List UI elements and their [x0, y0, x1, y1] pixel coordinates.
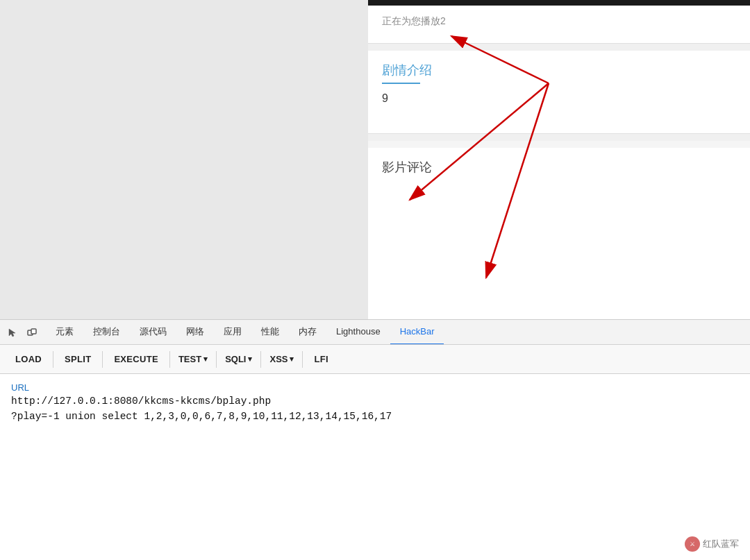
tab-application[interactable]: 应用 [214, 320, 251, 345]
url-value[interactable]: http://127.0.0.1:8080/kkcms-kkcms/bplay.… [11, 396, 739, 407]
divider-4 [216, 351, 217, 368]
separator-1 [368, 44, 750, 51]
watermark: ⚔ 红队蓝军 [685, 536, 739, 552]
devtools-tabs: 元素 控制台 源代码 网络 应用 性能 内存 Lighthouse HackBa… [0, 320, 750, 345]
plot-title: 剧情介绍 [382, 62, 736, 78]
tab-memory[interactable]: 内存 [289, 320, 326, 345]
separator-2 [368, 134, 750, 141]
browser-content: 正在为您播放2 剧情介绍 9 影片评论 [0, 0, 750, 319]
left-panel [0, 0, 368, 319]
url-area: URL http://127.0.0.1:8080/kkcms-kkcms/bp… [0, 374, 750, 560]
box-icon[interactable] [22, 320, 42, 345]
now-playing-section: 正在为您播放2 [368, 6, 750, 44]
cursor-icon[interactable] [3, 320, 22, 345]
divider-2 [102, 351, 103, 368]
sqli-button[interactable]: SQLI [218, 350, 259, 368]
divider-6 [302, 351, 303, 368]
svg-rect-7 [31, 329, 36, 334]
divider-5 [260, 351, 261, 368]
lfi-button[interactable]: LFI [304, 350, 338, 368]
tab-hackbar[interactable]: HackBar [390, 320, 444, 345]
url-label: URL [11, 382, 739, 393]
now-playing-text: 正在为您播放2 [382, 15, 736, 28]
load-button[interactable]: LOAD [6, 350, 51, 368]
tab-console[interactable]: 控制台 [83, 320, 130, 345]
divider-3 [169, 351, 170, 368]
devtools-panel: 元素 控制台 源代码 网络 应用 性能 内存 Lighthouse HackBa… [0, 319, 750, 560]
url-params[interactable]: ?play=-1 union select 1,2,3,0,0,6,7,8,9,… [11, 411, 739, 422]
xss-button[interactable]: XSS [262, 350, 301, 368]
tab-performance[interactable]: 性能 [251, 320, 289, 345]
right-panel: 正在为您播放2 剧情介绍 9 影片评论 [368, 0, 750, 319]
tab-elements[interactable]: 元素 [46, 320, 83, 345]
split-button[interactable]: SPLIT [55, 350, 101, 368]
page-wrapper: 正在为您播放2 剧情介绍 9 影片评论 [0, 0, 750, 560]
plot-number: 9 [382, 92, 736, 105]
watermark-icon: ⚔ [685, 536, 700, 552]
tab-lighthouse[interactable]: Lighthouse [326, 320, 390, 345]
divider-1 [53, 351, 53, 368]
tab-network[interactable]: 网络 [176, 320, 214, 345]
comments-title: 影片评论 [382, 159, 736, 176]
tab-sources[interactable]: 源代码 [130, 320, 176, 345]
test-button[interactable]: TEST [172, 350, 215, 368]
plot-section: 剧情介绍 9 [368, 51, 750, 134]
plot-underline [382, 83, 420, 84]
execute-button[interactable]: EXECUTE [104, 350, 168, 368]
hackbar-toolbar: LOAD SPLIT EXECUTE TEST SQLI XSS LFI [0, 345, 750, 374]
watermark-text: 红队蓝军 [703, 538, 739, 550]
black-bar [368, 0, 750, 6]
comments-section: 影片评论 [368, 148, 750, 319]
